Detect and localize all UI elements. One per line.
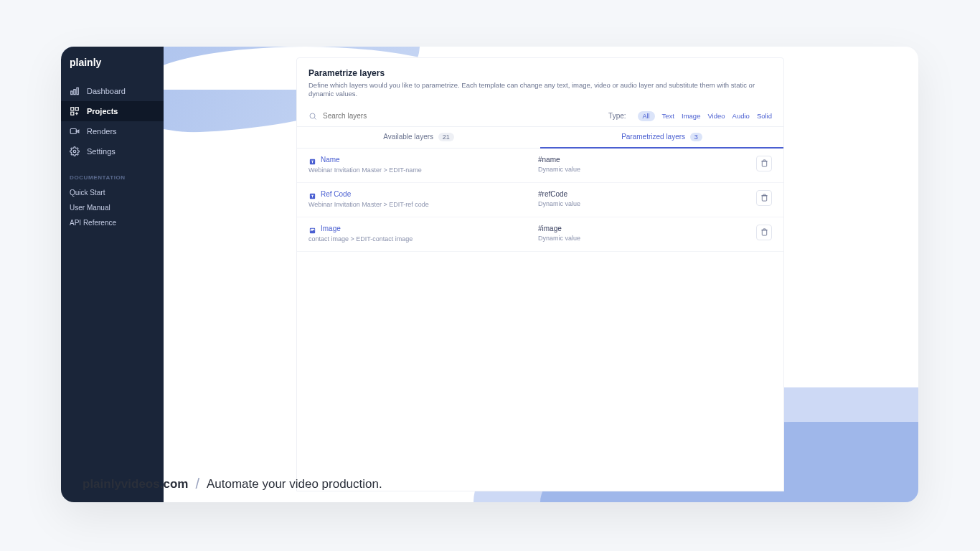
layer-name: Image [321, 225, 341, 232]
delete-layer-button[interactable] [756, 190, 772, 206]
svg-rect-1 [74, 90, 75, 95]
grid-plus-icon [70, 106, 80, 116]
trash-icon [760, 157, 768, 170]
doc-link-api-reference[interactable]: API Reference [61, 215, 164, 230]
sidebar-item-projects[interactable]: Projects [61, 101, 164, 121]
svg-point-7 [73, 150, 76, 153]
type-filter-all[interactable]: All [638, 111, 655, 121]
sidebar-item-settings[interactable]: Settings [61, 141, 164, 161]
text-layer-icon [308, 190, 316, 198]
svg-point-8 [310, 113, 315, 118]
svg-rect-3 [71, 108, 74, 110]
panel-title: Parametrize layers [308, 68, 772, 78]
tab-label: Available layers [383, 133, 433, 141]
search-icon [308, 112, 317, 121]
text-layer-icon [308, 156, 316, 164]
sidebar-item-dashboard[interactable]: Dashboard [61, 81, 164, 101]
layer-value-type: Dynamic value [538, 235, 756, 242]
type-filter-text[interactable]: Text [662, 112, 674, 120]
search-input[interactable] [323, 112, 466, 120]
sidebar-item-label: Settings [87, 147, 116, 156]
caption-separator: / [195, 476, 199, 492]
tab-parametrized-layers[interactable]: Parametrized layers 3 [540, 127, 783, 149]
layer-param: #refCode [538, 190, 756, 198]
type-filter-solid[interactable]: Solid [757, 112, 772, 120]
chart-icon [70, 86, 80, 96]
layer-path: Webinar Invitation Master > EDIT-name [308, 166, 538, 174]
image-layer-icon [308, 225, 316, 232]
delete-layer-button[interactable] [756, 225, 772, 240]
layer-row[interactable]: Ref Code Webinar Invitation Master > EDI… [297, 183, 783, 217]
main-content: Parametrize layers Define which layers w… [164, 47, 918, 502]
layer-row[interactable]: Name Webinar Invitation Master > EDIT-na… [297, 149, 783, 183]
type-filter-label: Type: [608, 112, 626, 120]
layer-name: Ref Code [321, 190, 351, 198]
caption-tagline: Automate your video production. [207, 477, 382, 491]
doc-link-quick-start[interactable]: Quick Start [61, 185, 164, 200]
count-badge: 3 [690, 133, 702, 141]
svg-rect-0 [71, 91, 72, 95]
svg-rect-5 [71, 112, 74, 115]
sidebar-item-label: Dashboard [87, 87, 126, 95]
svg-rect-4 [75, 108, 78, 110]
caption-brand: plainlyvideos.com [83, 477, 188, 491]
sidebar-item-label: Projects [87, 107, 118, 116]
panel-description: Define which layers would you like to pa… [308, 81, 772, 99]
layer-name: Name [321, 156, 340, 164]
layer-row[interactable]: Image contact image > EDIT-contact image… [297, 217, 783, 252]
layer-path: contact image > EDIT-contact image [308, 235, 538, 242]
type-filter-image[interactable]: Image [682, 112, 700, 120]
trash-icon [760, 192, 768, 204]
delete-layer-button[interactable] [756, 156, 772, 171]
layer-param: #image [538, 225, 756, 232]
video-icon [70, 126, 80, 136]
svg-rect-2 [77, 88, 78, 94]
parametrize-panel: Parametrize layers Define which layers w… [296, 57, 784, 491]
brand-logo: plainly [61, 47, 164, 81]
sidebar: plainly Dashboard Projects Renders Setti… [61, 47, 164, 502]
layer-param: #name [538, 156, 756, 164]
type-filter-video[interactable]: Video [707, 112, 725, 120]
doc-link-user-manual[interactable]: User Manual [61, 200, 164, 215]
documentation-header: DOCUMENTATION [61, 161, 164, 185]
layer-value-type: Dynamic value [538, 200, 756, 207]
footer-caption: plainlyvideos.com / Automate your video … [83, 476, 382, 492]
trash-icon [760, 226, 768, 239]
sidebar-item-renders[interactable]: Renders [61, 121, 164, 141]
type-filter-audio[interactable]: Audio [732, 112, 750, 120]
count-badge: 21 [438, 133, 454, 141]
tab-available-layers[interactable]: Available layers 21 [297, 127, 540, 149]
sidebar-item-label: Renders [87, 127, 117, 136]
layer-path: Webinar Invitation Master > EDIT-ref cod… [308, 201, 538, 208]
gear-icon [70, 146, 80, 156]
layer-value-type: Dynamic value [538, 166, 756, 173]
tab-label: Parametrized layers [621, 133, 685, 141]
